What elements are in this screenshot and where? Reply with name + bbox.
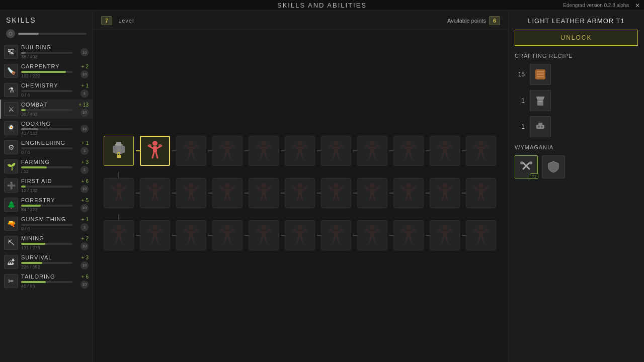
skill-node-0-7[interactable] (357, 136, 387, 166)
sidebar-item-first-aid[interactable]: ➕ FIRST AID 12 / 132 + 6 10 (0, 176, 93, 195)
skill-node-inner-1-1 (143, 181, 167, 205)
svg-rect-228 (340, 229, 343, 231)
sidebar-item-farming[interactable]: 🌱 FARMING / 12 + 3 1 (0, 157, 93, 176)
skill-bar-2 (21, 90, 72, 92)
skill-node-1-2[interactable] (176, 178, 206, 208)
svg-line-82 (482, 152, 484, 158)
svg-rect-54 (370, 146, 374, 152)
svg-line-154 (410, 195, 411, 200)
skill-bar-4 (21, 128, 72, 130)
requirement-icon-1 (542, 155, 565, 178)
svg-point-271 (520, 161, 523, 164)
svg-line-209 (261, 237, 263, 242)
svg-point-109 (225, 183, 230, 188)
skill-points-1: + 2 (74, 64, 89, 69)
svg-line-241 (406, 237, 408, 242)
svg-rect-126 (298, 189, 302, 195)
skill-node-0-1[interactable] (140, 136, 170, 166)
skill-node-inner-1-5 (288, 181, 312, 205)
sidebar-item-combat[interactable]: ⚔ COMBAT 38 / 402 + 13 10 (0, 100, 93, 119)
skill-fill-12 (21, 281, 46, 283)
svg-rect-94 (153, 189, 157, 195)
recipe-item-0: 15 (515, 64, 638, 85)
close-button[interactable]: ✕ (635, 2, 640, 9)
skill-level-7: 10 (80, 185, 89, 193)
sidebar-item-survival[interactable]: 🏕 SURVIVAL 226 / 552 + 3 10 (0, 252, 93, 272)
sidebar-item-chemistry[interactable]: ⚗ CHEMISTRY 0 / 6 + 1 1 (0, 80, 93, 100)
skill-node-1-9[interactable] (430, 178, 460, 208)
sidebar-item-cooking[interactable]: 🍳 COOKING 43 / 132 10 (0, 119, 93, 138)
sidebar-item-mining[interactable]: ⛏ MINING 131 / 278 + 2 10 (0, 233, 93, 252)
skill-node-1-1[interactable] (140, 178, 170, 208)
skill-bar-3 (21, 109, 72, 111)
skill-node-1-6[interactable] (321, 178, 351, 208)
skill-node-2-8[interactable] (393, 220, 424, 250)
sidebar-item-engineering[interactable]: ⚙ ENGINEERING 0 / 6 + 1 1 (0, 138, 93, 157)
sidebar-item-forestry[interactable]: 🌲 FORESTRY 84 / 222 + 5 10 (0, 195, 93, 214)
skill-node-0-2[interactable] (176, 136, 206, 166)
skill-node-1-5[interactable] (285, 178, 315, 208)
svg-rect-76 (448, 144, 451, 147)
skill-node-2-0[interactable] (104, 220, 134, 250)
skill-node-0-0[interactable] (104, 136, 134, 166)
sidebar-item-tailoring[interactable]: ✂ TAILORING 46 / 96 + 6 10 (0, 272, 93, 291)
skill-node-1-4[interactable] (249, 178, 279, 208)
skill-node-1-0[interactable] (104, 178, 134, 208)
skill-node-0-3[interactable] (212, 136, 243, 166)
skill-node-2-10[interactable] (466, 220, 496, 250)
skill-node-1-10[interactable] (466, 178, 496, 208)
svg-point-29 (261, 141, 266, 146)
svg-rect-46 (334, 146, 338, 152)
svg-line-258 (482, 237, 484, 242)
skill-name-7: FIRST AID (21, 178, 72, 184)
svg-rect-190 (189, 231, 193, 237)
skill-name-5: ENGINEERING (21, 140, 72, 146)
svg-point-61 (406, 141, 411, 146)
svg-line-114 (228, 195, 230, 200)
svg-point-21 (225, 141, 230, 146)
connector-2-5 (317, 235, 321, 236)
skill-info-5: ENGINEERING 0 / 6 (21, 140, 72, 155)
svg-rect-75 (438, 144, 441, 147)
sidebar-item-gunsmithing[interactable]: 🔫 GUNSMITHING 0 / 6 + 1 1 (0, 214, 93, 233)
svg-rect-222 (334, 231, 338, 237)
svg-rect-14 (189, 146, 193, 152)
connector-0-1 (172, 150, 176, 151)
svg-line-257 (478, 237, 480, 242)
skill-node-2-2[interactable] (176, 220, 206, 250)
svg-point-221 (334, 225, 339, 230)
svg-rect-27 (221, 144, 224, 147)
skill-node-2-9[interactable] (430, 220, 460, 250)
skill-node-1-7[interactable] (357, 178, 387, 208)
skill-name-11: SURVIVAL (21, 254, 72, 260)
skill-node-2-1[interactable] (140, 220, 170, 250)
skill-node-0-10[interactable] (466, 136, 496, 166)
skill-node-0-8[interactable] (393, 136, 424, 166)
skill-name-4: COOKING (21, 121, 72, 127)
svg-rect-260 (485, 229, 488, 231)
skill-node-2-5[interactable] (285, 220, 315, 250)
skill-node-0-5[interactable] (285, 136, 315, 166)
svg-rect-219 (293, 229, 296, 231)
sidebar-item-building[interactable]: 🏗 BUILDING 38 / 402 10 (0, 42, 93, 61)
unlock-button[interactable]: UNLOCK (515, 30, 638, 46)
svg-rect-236 (376, 229, 379, 231)
skill-node-1-3[interactable] (212, 178, 243, 208)
skill-node-0-4[interactable] (249, 136, 279, 166)
svg-line-202 (228, 237, 230, 242)
skill-node-1-8[interactable] (393, 178, 424, 208)
skill-xp-0: 38 / 402 (21, 54, 72, 59)
skill-node-0-6[interactable] (321, 136, 351, 166)
skill-points-10: + 2 (74, 236, 89, 241)
svg-point-13 (189, 141, 194, 146)
skill-fill-11 (21, 262, 42, 264)
skill-node-2-4[interactable] (249, 220, 279, 250)
connector-0-8 (426, 150, 430, 151)
skill-node-2-3[interactable] (212, 220, 243, 250)
skill-node-2-6[interactable] (321, 220, 351, 250)
sidebar-item-carpentry[interactable]: 🪚 CARPENTRY 192 / 222 + 2 10 (0, 61, 93, 80)
skill-node-0-9[interactable] (430, 136, 460, 166)
skill-node-2-7[interactable] (357, 220, 387, 250)
skill-level-3: 10 (80, 109, 89, 117)
svg-rect-244 (412, 229, 415, 231)
